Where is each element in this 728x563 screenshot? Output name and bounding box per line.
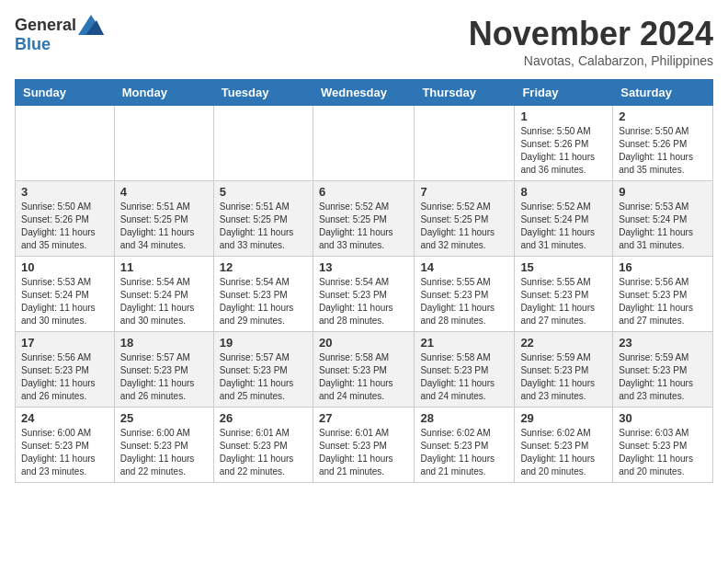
- day-number: 12: [220, 260, 307, 274]
- calendar-cell: 20Sunrise: 5:58 AM Sunset: 5:23 PM Dayli…: [313, 332, 414, 408]
- day-info: Sunrise: 5:56 AM Sunset: 5:23 PM Dayligh…: [619, 276, 707, 327]
- day-info: Sunrise: 5:58 AM Sunset: 5:23 PM Dayligh…: [319, 351, 408, 403]
- day-number: 9: [619, 185, 707, 199]
- logo-icon: [78, 15, 104, 35]
- calendar-week-4: 17Sunrise: 5:56 AM Sunset: 5:23 PM Dayli…: [16, 332, 713, 408]
- day-info: Sunrise: 5:59 AM Sunset: 5:23 PM Dayligh…: [619, 351, 707, 403]
- day-info: Sunrise: 5:58 AM Sunset: 5:23 PM Dayligh…: [420, 351, 508, 403]
- day-number: 7: [420, 185, 508, 199]
- calendar-cell: [415, 106, 515, 181]
- weekday-thursday: Thursday: [415, 80, 515, 106]
- calendar-week-1: 1Sunrise: 5:50 AM Sunset: 5:26 PM Daylig…: [16, 106, 713, 181]
- calendar-cell: 18Sunrise: 5:57 AM Sunset: 5:23 PM Dayli…: [114, 332, 213, 408]
- logo: General Blue: [15, 15, 104, 54]
- calendar-cell: 2Sunrise: 5:50 AM Sunset: 5:26 PM Daylig…: [613, 106, 713, 181]
- calendar-cell: [313, 106, 414, 181]
- day-info: Sunrise: 5:53 AM Sunset: 5:24 PM Dayligh…: [619, 201, 707, 252]
- calendar-table: SundayMondayTuesdayWednesdayThursdayFrid…: [15, 79, 713, 483]
- day-info: Sunrise: 5:50 AM Sunset: 5:26 PM Dayligh…: [520, 125, 607, 177]
- location-subtitle: Navotas, Calabarzon, Philippines: [469, 53, 713, 68]
- calendar-cell: 11Sunrise: 5:54 AM Sunset: 5:24 PM Dayli…: [114, 257, 213, 332]
- day-number: 28: [420, 411, 508, 425]
- weekday-friday: Friday: [515, 80, 613, 106]
- calendar-cell: 16Sunrise: 5:56 AM Sunset: 5:23 PM Dayli…: [613, 257, 713, 332]
- weekday-saturday: Saturday: [613, 80, 713, 106]
- weekday-sunday: Sunday: [16, 80, 115, 106]
- day-number: 1: [520, 109, 607, 123]
- calendar-cell: 25Sunrise: 6:00 AM Sunset: 5:23 PM Dayli…: [114, 408, 213, 483]
- calendar-week-5: 24Sunrise: 6:00 AM Sunset: 5:23 PM Dayli…: [16, 408, 713, 483]
- day-info: Sunrise: 6:02 AM Sunset: 5:23 PM Dayligh…: [520, 427, 607, 478]
- calendar-cell: 30Sunrise: 6:03 AM Sunset: 5:23 PM Dayli…: [613, 408, 713, 483]
- calendar-cell: 17Sunrise: 5:56 AM Sunset: 5:23 PM Dayli…: [16, 332, 115, 408]
- day-number: 20: [319, 336, 408, 350]
- day-info: Sunrise: 5:57 AM Sunset: 5:23 PM Dayligh…: [120, 351, 208, 403]
- weekday-header-row: SundayMondayTuesdayWednesdayThursdayFrid…: [16, 80, 713, 106]
- day-info: Sunrise: 5:55 AM Sunset: 5:23 PM Dayligh…: [520, 276, 607, 327]
- calendar-cell: 24Sunrise: 6:00 AM Sunset: 5:23 PM Dayli…: [16, 408, 115, 483]
- calendar-header: SundayMondayTuesdayWednesdayThursdayFrid…: [16, 80, 713, 106]
- day-number: 29: [520, 411, 607, 425]
- calendar-cell: 5Sunrise: 5:51 AM Sunset: 5:25 PM Daylig…: [213, 181, 313, 257]
- calendar-cell: 3Sunrise: 5:50 AM Sunset: 5:26 PM Daylig…: [16, 181, 115, 257]
- title-block: November 2024 Navotas, Calabarzon, Phili…: [469, 15, 713, 68]
- day-info: Sunrise: 5:57 AM Sunset: 5:23 PM Dayligh…: [220, 351, 307, 403]
- calendar-cell: 8Sunrise: 5:52 AM Sunset: 5:24 PM Daylig…: [515, 181, 613, 257]
- day-number: 11: [120, 260, 208, 274]
- calendar-cell: 19Sunrise: 5:57 AM Sunset: 5:23 PM Dayli…: [213, 332, 313, 408]
- calendar-body: 1Sunrise: 5:50 AM Sunset: 5:26 PM Daylig…: [16, 106, 713, 483]
- calendar-cell: 23Sunrise: 5:59 AM Sunset: 5:23 PM Dayli…: [613, 332, 713, 408]
- calendar-cell: 7Sunrise: 5:52 AM Sunset: 5:25 PM Daylig…: [415, 181, 515, 257]
- day-info: Sunrise: 5:54 AM Sunset: 5:23 PM Dayligh…: [220, 276, 307, 327]
- weekday-wednesday: Wednesday: [313, 80, 414, 106]
- calendar-cell: 26Sunrise: 6:01 AM Sunset: 5:23 PM Dayli…: [213, 408, 313, 483]
- day-info: Sunrise: 6:00 AM Sunset: 5:23 PM Dayligh…: [21, 427, 108, 478]
- day-info: Sunrise: 5:59 AM Sunset: 5:23 PM Dayligh…: [520, 351, 607, 403]
- day-number: 17: [21, 336, 108, 350]
- day-number: 21: [420, 336, 508, 350]
- day-number: 10: [21, 260, 108, 274]
- day-info: Sunrise: 5:50 AM Sunset: 5:26 PM Dayligh…: [21, 201, 108, 252]
- calendar-cell: 4Sunrise: 5:51 AM Sunset: 5:25 PM Daylig…: [114, 181, 213, 257]
- day-info: Sunrise: 5:53 AM Sunset: 5:24 PM Dayligh…: [21, 276, 108, 327]
- calendar-cell: [16, 106, 115, 181]
- calendar-cell: 15Sunrise: 5:55 AM Sunset: 5:23 PM Dayli…: [515, 257, 613, 332]
- day-number: 6: [319, 185, 408, 199]
- weekday-tuesday: Tuesday: [213, 80, 313, 106]
- calendar-cell: 6Sunrise: 5:52 AM Sunset: 5:25 PM Daylig…: [313, 181, 414, 257]
- day-number: 15: [520, 260, 607, 274]
- day-info: Sunrise: 5:54 AM Sunset: 5:24 PM Dayligh…: [120, 276, 208, 327]
- day-number: 14: [420, 260, 508, 274]
- logo-blue-text: Blue: [15, 35, 51, 54]
- calendar-cell: 9Sunrise: 5:53 AM Sunset: 5:24 PM Daylig…: [613, 181, 713, 257]
- day-number: 13: [319, 260, 408, 274]
- day-info: Sunrise: 6:03 AM Sunset: 5:23 PM Dayligh…: [619, 427, 707, 478]
- calendar-cell: 14Sunrise: 5:55 AM Sunset: 5:23 PM Dayli…: [415, 257, 515, 332]
- calendar-week-3: 10Sunrise: 5:53 AM Sunset: 5:24 PM Dayli…: [16, 257, 713, 332]
- day-number: 30: [619, 411, 707, 425]
- calendar-cell: [213, 106, 313, 181]
- day-number: 27: [319, 411, 408, 425]
- calendar-cell: 12Sunrise: 5:54 AM Sunset: 5:23 PM Dayli…: [213, 257, 313, 332]
- day-number: 18: [120, 336, 208, 350]
- day-number: 4: [120, 185, 208, 199]
- logo-general-text: General: [15, 16, 76, 35]
- day-number: 25: [120, 411, 208, 425]
- day-info: Sunrise: 5:52 AM Sunset: 5:25 PM Dayligh…: [319, 201, 408, 252]
- day-info: Sunrise: 6:02 AM Sunset: 5:23 PM Dayligh…: [420, 427, 508, 478]
- weekday-monday: Monday: [114, 80, 213, 106]
- calendar-cell: 22Sunrise: 5:59 AM Sunset: 5:23 PM Dayli…: [515, 332, 613, 408]
- day-info: Sunrise: 5:54 AM Sunset: 5:23 PM Dayligh…: [319, 276, 408, 327]
- calendar-cell: [114, 106, 213, 181]
- month-title: November 2024: [469, 15, 713, 53]
- day-info: Sunrise: 5:51 AM Sunset: 5:25 PM Dayligh…: [120, 201, 208, 252]
- day-info: Sunrise: 6:01 AM Sunset: 5:23 PM Dayligh…: [220, 427, 307, 478]
- calendar-cell: 28Sunrise: 6:02 AM Sunset: 5:23 PM Dayli…: [415, 408, 515, 483]
- day-number: 22: [520, 336, 607, 350]
- calendar-cell: 21Sunrise: 5:58 AM Sunset: 5:23 PM Dayli…: [415, 332, 515, 408]
- calendar-cell: 13Sunrise: 5:54 AM Sunset: 5:23 PM Dayli…: [313, 257, 414, 332]
- day-number: 2: [619, 109, 707, 123]
- calendar-cell: 1Sunrise: 5:50 AM Sunset: 5:26 PM Daylig…: [515, 106, 613, 181]
- day-number: 3: [21, 185, 108, 199]
- day-number: 24: [21, 411, 108, 425]
